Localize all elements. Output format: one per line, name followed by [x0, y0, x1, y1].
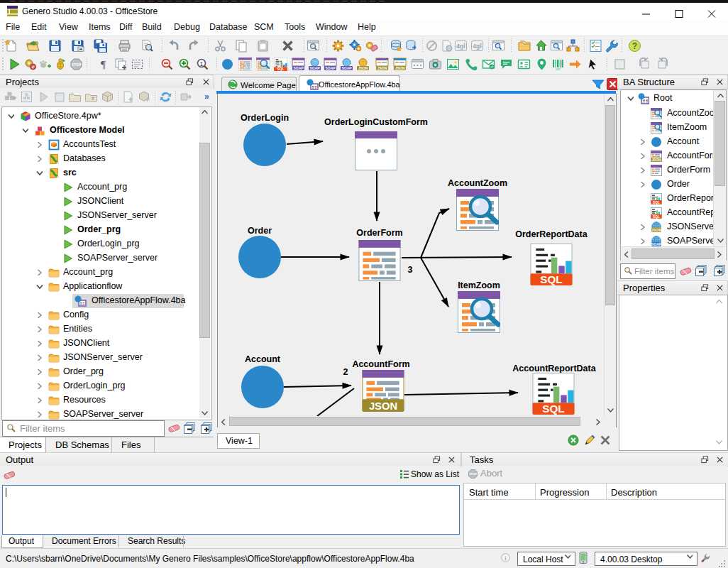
svg-text:3: 3 [408, 265, 413, 275]
svg-text:#: # [92, 96, 94, 101]
svg-text:JSON: JSON [395, 66, 405, 70]
svg-text:JSON: JSON [358, 66, 368, 70]
svg-text:AccountZoom: AccountZoom [448, 178, 507, 188]
svg-text:2: 2 [343, 367, 348, 377]
svg-text:Order: Order [248, 226, 272, 236]
svg-text:OrderLoginCustomForm: OrderLoginCustomForm [324, 117, 428, 127]
svg-text:STOP: STOP [469, 472, 477, 476]
svg-text:JSON: JSON [377, 66, 387, 70]
svg-text:ItemZoom: ItemZoom [458, 280, 500, 290]
svg-text:OrderReportData: OrderReportData [515, 229, 588, 239]
svg-text:021: 021 [556, 67, 561, 71]
svg-text:OrderLogin: OrderLogin [241, 113, 289, 123]
svg-text:SOAP: SOAP [341, 66, 352, 70]
svg-text:OrderForm: OrderForm [356, 228, 402, 238]
svg-text:AccountReportData: AccountReportData [512, 364, 596, 373]
svg-text:STOP: STOP [72, 62, 82, 67]
svg-text:4gl: 4gl [456, 43, 465, 50]
svg-text:1: 1 [199, 60, 203, 67]
svg-text:?: ? [632, 41, 637, 51]
svg-text:SOAP: SOAP [325, 66, 336, 70]
svg-text:SOAP: SOAP [309, 66, 320, 70]
svg-text:¶: ¶ [101, 59, 106, 70]
svg-text:4gl: 4gl [473, 43, 481, 50]
svg-text:SOAP: SOAP [293, 66, 304, 70]
svg-text:Account: Account [245, 354, 281, 364]
svg-text:AccountForm: AccountForm [352, 359, 409, 369]
